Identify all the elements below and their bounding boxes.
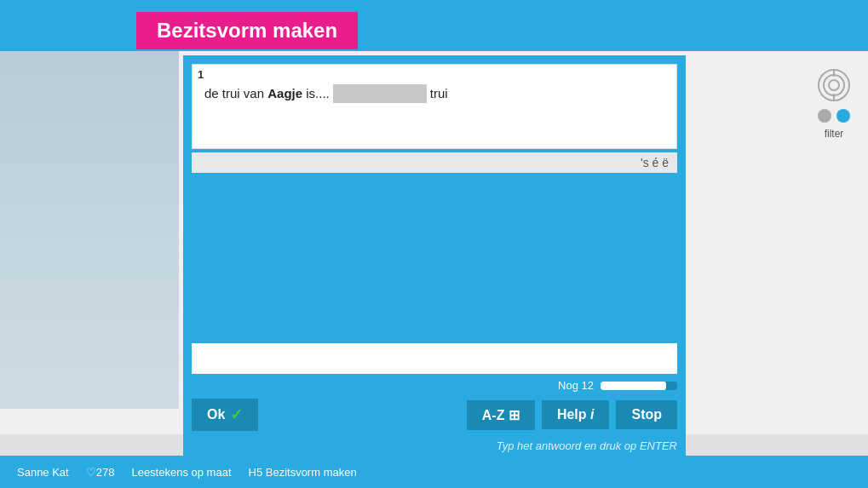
question-number: 1 [198, 68, 204, 81]
spacer [183, 173, 686, 343]
ok-label: Ok [207, 407, 225, 422]
filter-dot-1 [818, 109, 831, 123]
level-label: H5 Bezitsvorm maken [249, 466, 357, 479]
person-image [0, 51, 179, 409]
progress-row: Nog 12 [183, 377, 686, 393]
heart-score: ♡278 [86, 466, 115, 479]
input-area [192, 343, 677, 374]
filter-dot-2 [836, 109, 850, 123]
svg-point-1 [824, 75, 844, 95]
page-title: Bezitsvorm maken [136, 12, 358, 49]
filter-dots [818, 109, 850, 123]
question-card: 1 de trui van Aagje is.... trui [192, 64, 677, 149]
help-button[interactable]: Help i [542, 400, 610, 429]
heart-icon: ♡278 [86, 466, 115, 479]
filter-area: filter [817, 68, 851, 140]
progress-bar-bg [601, 382, 677, 390]
ok-button[interactable]: Ok ✓ [192, 399, 258, 431]
help-label: Help [557, 407, 587, 422]
punctuation-label: Leestekens op maat [131, 466, 231, 479]
answer-input[interactable] [192, 343, 677, 374]
status-bar: Sanne Kat ♡278 Leestekens op maat H5 Bez… [0, 456, 868, 488]
progress-bar-fill [601, 382, 666, 390]
main-dialog: 1 de trui van Aagje is.... trui 's é ë N… [183, 55, 686, 456]
question-prefix: de trui van Aagje is.... [204, 82, 330, 105]
nog-label: Nog 12 [558, 379, 594, 392]
az-label: A-Z [482, 408, 505, 422]
svg-point-2 [829, 80, 839, 90]
student-name: Sanne Kat [17, 466, 69, 479]
question-suffix: trui [430, 82, 448, 105]
target-icon [817, 68, 851, 102]
az-button[interactable]: A-Z ⊞ [467, 400, 535, 430]
hints-bar: 's é ë [192, 152, 677, 173]
button-row: Ok ✓ A-Z ⊞ Help i Stop [183, 393, 686, 438]
help-icon: i [590, 407, 594, 422]
question-text: de trui van Aagje is.... trui [204, 82, 664, 105]
stop-button[interactable]: Stop [616, 400, 677, 429]
hint-bottom: Typ het antwoord en druk op ENTER [183, 438, 686, 456]
az-icon: ⊞ [509, 408, 520, 422]
filter-label: filter [825, 128, 844, 140]
bg-top-blue [0, 0, 868, 51]
ok-checkmark: ✓ [230, 405, 243, 424]
answer-blank [333, 84, 427, 103]
